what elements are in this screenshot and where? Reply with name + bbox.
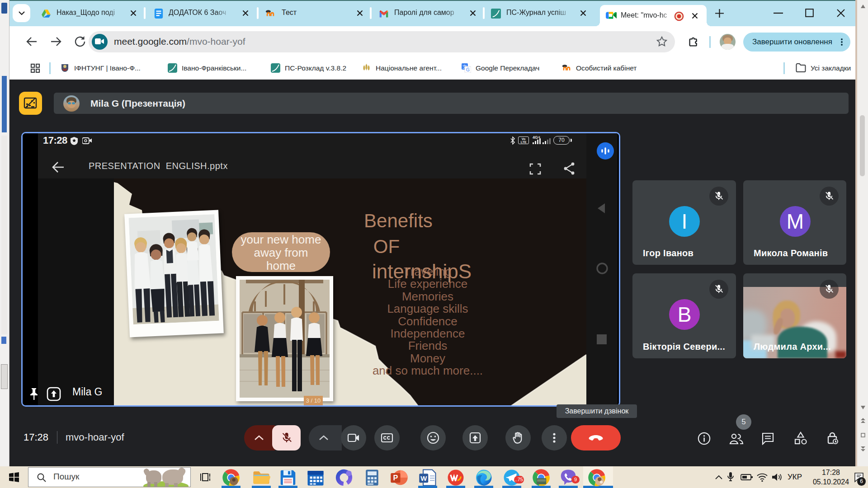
svg-text:P: P [393,474,398,482]
svg-text:G: G [466,67,470,72]
svg-text:W: W [420,474,427,482]
